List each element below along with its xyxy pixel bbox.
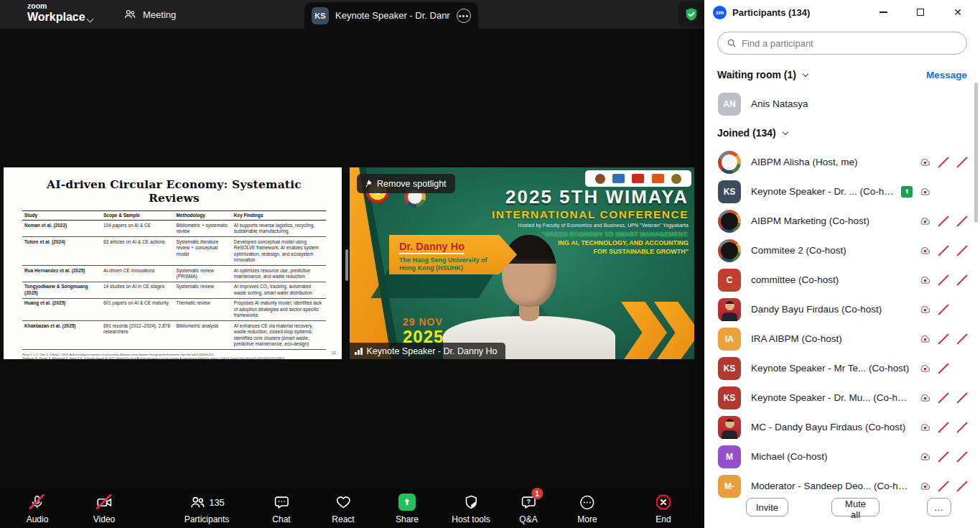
audio-button[interactable]: Audio bbox=[27, 493, 49, 524]
participant-row[interactable]: AIBPM Alisha (Host, me) bbox=[704, 147, 980, 177]
remove-spotlight-label: Remove spotlight bbox=[377, 179, 447, 189]
panel-title: Participants (134) bbox=[732, 7, 810, 18]
security-shield-tile[interactable] bbox=[678, 1, 704, 27]
camera-status-icon[interactable] bbox=[956, 392, 969, 404]
workspace-chevron-down-icon[interactable] bbox=[88, 11, 93, 24]
participant-avatar: AN bbox=[718, 93, 741, 116]
camera-status-icon[interactable] bbox=[956, 333, 969, 346]
conference-date: 29 NOV 2025 bbox=[403, 317, 444, 346]
camera-status-icon[interactable] bbox=[956, 185, 969, 198]
participant-name: committee (Co-host) bbox=[751, 274, 913, 285]
mic-status-icon[interactable] bbox=[937, 156, 950, 169]
participant-row[interactable]: KS Keynote Speaker - Dr. Mu... (Co-host) bbox=[704, 383, 980, 412]
end-label: End bbox=[655, 514, 671, 524]
speaker-name: Dr. Danny Ho bbox=[399, 241, 465, 254]
mic-status-icon[interactable] bbox=[937, 333, 950, 346]
share-button[interactable]: Share bbox=[396, 493, 419, 524]
tab-more-icon[interactable]: ••• bbox=[457, 9, 471, 23]
camera-status-icon[interactable] bbox=[956, 274, 969, 287]
spotlight-video-tile[interactable]: 2025 5TH WIMAYA INTERNATIONAL CONFERENCE… bbox=[350, 167, 694, 359]
camera-status-icon[interactable] bbox=[956, 244, 969, 257]
video-button[interactable]: Video bbox=[93, 493, 115, 524]
mic-status-icon[interactable] bbox=[937, 362, 950, 375]
participant-name: Moderator - Sandeep Deo... (Co-host) bbox=[751, 481, 913, 491]
participants-button[interactable]: 135 Participants bbox=[185, 493, 230, 524]
participant-row[interactable]: MC - Dandy Bayu Firdaus (Co-host) bbox=[704, 412, 980, 442]
camera-status-icon[interactable] bbox=[956, 450, 969, 463]
participant-search[interactable] bbox=[717, 32, 967, 55]
participant-row[interactable]: M Michael (Co-host) bbox=[704, 442, 980, 471]
minimize-button[interactable] bbox=[875, 4, 891, 20]
mic-status-icon[interactable] bbox=[937, 185, 950, 198]
audio-label: Audio bbox=[27, 514, 49, 524]
security-shield-icon bbox=[683, 6, 699, 22]
participant-row[interactable]: Commitee 2 (Co-host) bbox=[704, 236, 980, 265]
camera-status-icon[interactable] bbox=[956, 215, 969, 228]
mic-status-icon[interactable] bbox=[937, 392, 950, 404]
mic-status-icon[interactable] bbox=[937, 244, 950, 257]
cell-methodology: Bibliometric analysis bbox=[174, 321, 231, 350]
speaker-banner: Dr. Danny Ho The Hang Seng University of… bbox=[389, 235, 517, 274]
participant-avatar: KS bbox=[718, 386, 741, 409]
waiting-room-header[interactable]: Waiting room (1) Message bbox=[717, 60, 967, 89]
host-tools-button[interactable]: Host tools bbox=[452, 493, 490, 524]
mic-status-icon[interactable] bbox=[937, 450, 950, 463]
participant-name: Keynote Speaker - Mr Te... (Co-host) bbox=[751, 363, 913, 374]
host-tools-shield-icon bbox=[463, 494, 479, 510]
meeting-toolbar: Audio Video 135 Participants Chat React bbox=[0, 488, 704, 528]
message-link[interactable]: Message bbox=[926, 70, 967, 80]
people-icon bbox=[123, 8, 136, 21]
mic-status-icon[interactable] bbox=[937, 274, 950, 287]
end-button[interactable]: End bbox=[655, 493, 672, 524]
joined-header[interactable]: Joined (134) bbox=[717, 119, 967, 147]
search-input[interactable] bbox=[742, 38, 958, 49]
participant-avatar: M bbox=[718, 445, 741, 468]
maximize-button[interactable] bbox=[913, 4, 928, 20]
participant-avatar: C bbox=[718, 269, 741, 292]
participant-row[interactable]: IA IRA AIBPM (Co-host) bbox=[704, 324, 980, 353]
participant-row[interactable]: AIBPM Marketing (Co-host) bbox=[704, 206, 980, 236]
col-header-study: Study bbox=[22, 211, 101, 221]
participant-row[interactable]: C committee (Co-host) bbox=[704, 265, 980, 295]
zoom-workplace-logo: zoom Workplace bbox=[27, 2, 85, 23]
table-row: Noman et al. (2022) 104 papers on AI & C… bbox=[22, 221, 326, 237]
participant-row[interactable]: KS Keynote Speaker - Dr. ... (Co-host) bbox=[704, 177, 980, 206]
remove-spotlight-button[interactable]: Remove spotlight bbox=[357, 174, 455, 193]
cell-study: Noman et al. (2022) bbox=[22, 221, 101, 237]
cell-scope: 691 records (2012–2024), 2,878 researche… bbox=[101, 321, 174, 350]
table-row: Rua Hernandez et al. (2025) AI-driven CE… bbox=[22, 266, 326, 282]
cell-methodology: Thematic review bbox=[174, 298, 231, 320]
mic-status-icon[interactable] bbox=[937, 215, 950, 228]
close-button[interactable]: ✕ bbox=[950, 4, 966, 20]
chat-button[interactable]: Chat bbox=[272, 493, 290, 524]
invite-button[interactable]: Invite bbox=[746, 498, 788, 517]
camera-status-icon[interactable] bbox=[956, 480, 969, 493]
gallery-scrollbar[interactable] bbox=[345, 249, 348, 281]
cell-findings: Proposes AI maturity model; identifies l… bbox=[232, 298, 326, 320]
mute-all-button[interactable]: Mute all bbox=[831, 498, 879, 517]
waiting-room-row[interactable]: AN Anis Natasya bbox=[704, 89, 980, 119]
speaker-head bbox=[502, 235, 556, 307]
camera-status-icon[interactable] bbox=[956, 421, 969, 434]
participant-row[interactable]: Dandy Bayu Firdaus (Co-host) bbox=[704, 295, 980, 324]
participant-name: Keynote Speaker - Dr. Mu... (Co-host) bbox=[751, 392, 913, 403]
qa-badge: 1 bbox=[531, 488, 543, 499]
more-button[interactable]: More bbox=[577, 493, 597, 524]
recording-cloud-icon bbox=[918, 156, 931, 169]
top-bar: zoom Workplace Meeting KS Keynote Speake… bbox=[0, 0, 704, 29]
qa-button[interactable]: ? 1 Q&A bbox=[519, 493, 537, 524]
camera-status-icon[interactable] bbox=[956, 156, 969, 169]
camera-status-icon[interactable] bbox=[956, 362, 969, 375]
panel-more-button[interactable]: … bbox=[927, 498, 951, 517]
pin-icon bbox=[363, 179, 373, 189]
tab-meeting[interactable]: Meeting bbox=[123, 0, 176, 29]
participant-avatar bbox=[718, 239, 741, 262]
panel-scrollbar[interactable] bbox=[974, 83, 978, 223]
mic-status-icon[interactable] bbox=[937, 421, 950, 434]
recording-cloud-icon bbox=[918, 303, 931, 316]
react-button[interactable]: React bbox=[332, 493, 354, 524]
mic-status-icon[interactable] bbox=[937, 480, 950, 493]
tab-keynote-speaker[interactable]: KS Keynote Speaker - Dr. Danny Ho's ••• bbox=[304, 2, 478, 29]
mic-status-icon[interactable] bbox=[937, 303, 950, 316]
participant-row[interactable]: KS Keynote Speaker - Mr Te... (Co-host) bbox=[704, 353, 980, 383]
